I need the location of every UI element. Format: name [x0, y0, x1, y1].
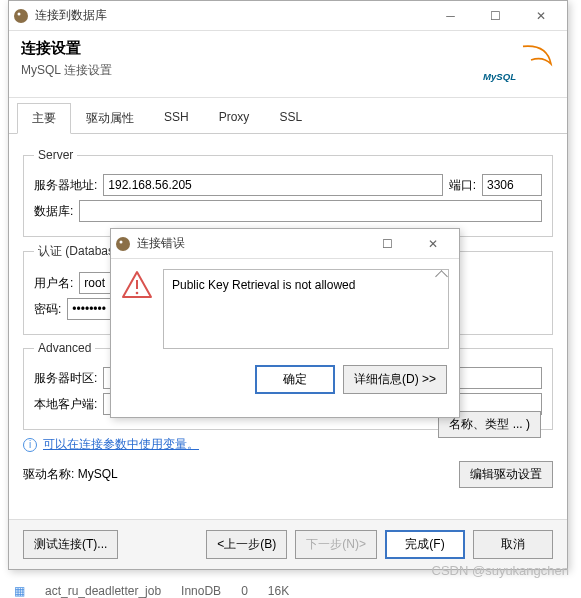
advanced-legend: Advanced: [34, 341, 95, 355]
timezone-label: 服务器时区:: [34, 370, 97, 387]
bg-rows: 0: [241, 584, 248, 598]
wizard-footer: 测试连接(T)... <上一步(B) 下一步(N)> 完成(F) 取消: [9, 519, 567, 569]
server-group: Server 服务器地址: 端口: 数据库:: [23, 148, 553, 237]
bg-engine: InnoDB: [181, 584, 221, 598]
next-button: 下一步(N)>: [295, 530, 377, 559]
mysql-logo: MySQL: [475, 39, 555, 89]
page-subtitle: MySQL 连接设置: [21, 62, 475, 79]
port-label: 端口:: [449, 177, 476, 194]
bg-table-name: act_ru_deadletter_job: [45, 584, 161, 598]
server-legend: Server: [34, 148, 77, 162]
svg-point-1: [18, 12, 21, 15]
watermark: CSDN @suyukangchen: [432, 563, 569, 578]
error-close-button[interactable]: ✕: [410, 234, 455, 254]
svg-point-3: [116, 237, 130, 251]
tab-bar: 主要 驱动属性 SSH Proxy SSL: [9, 102, 567, 134]
svg-point-0: [14, 9, 28, 23]
driver-label: 驱动名称:: [23, 467, 74, 481]
error-footer: 确定 详细信息(D) >>: [111, 359, 459, 404]
driver-row: 驱动名称: MySQL 编辑驱动设置: [23, 461, 553, 488]
driver-value: MySQL: [78, 467, 118, 481]
dbeaver-icon: [13, 8, 29, 24]
database-input[interactable]: [79, 200, 542, 222]
warning-icon: [121, 269, 153, 349]
info-icon: i: [23, 438, 37, 452]
info-row: i 可以在连接参数中使用变量。: [23, 436, 553, 453]
error-dialog: 连接错误 ☐ ✕ Public Key Retrieval is not all…: [110, 228, 460, 418]
host-label: 服务器地址:: [34, 177, 97, 194]
tab-main[interactable]: 主要: [17, 103, 71, 134]
host-input[interactable]: [103, 174, 442, 196]
cancel-button[interactable]: 取消: [473, 530, 553, 559]
main-titlebar: 连接到数据库 ─ ☐ ✕: [9, 1, 567, 31]
error-message: Public Key Retrieval is not allowed: [172, 278, 355, 292]
tab-ssh[interactable]: SSH: [149, 103, 204, 134]
bg-size: 16K: [268, 584, 289, 598]
test-connection-button[interactable]: 测试连接(T)...: [23, 530, 118, 559]
maximize-button[interactable]: ☐: [473, 6, 518, 26]
finish-button[interactable]: 完成(F): [385, 530, 465, 559]
variables-link[interactable]: 可以在连接参数中使用变量。: [43, 436, 199, 453]
error-title: 连接错误: [137, 235, 365, 252]
details-button[interactable]: 详细信息(D) >>: [343, 365, 447, 394]
edit-driver-button[interactable]: 编辑驱动设置: [459, 461, 553, 488]
error-titlebar: 连接错误 ☐ ✕: [111, 229, 459, 259]
port-input[interactable]: [482, 174, 542, 196]
back-button[interactable]: <上一步(B): [206, 530, 287, 559]
window-controls: ─ ☐ ✕: [428, 6, 563, 26]
local-client-label: 本地客户端:: [34, 396, 97, 413]
table-icon: ▦: [14, 584, 25, 598]
tab-ssl[interactable]: SSL: [264, 103, 317, 134]
error-body: Public Key Retrieval is not allowed: [111, 259, 459, 359]
database-label: 数据库:: [34, 203, 73, 220]
username-label: 用户名:: [34, 275, 73, 292]
error-maximize-button[interactable]: ☐: [365, 234, 410, 254]
ok-button[interactable]: 确定: [255, 365, 335, 394]
header: 连接设置 MySQL 连接设置 MySQL: [9, 31, 567, 98]
svg-text:MySQL: MySQL: [483, 71, 516, 82]
background-table-row: ▦ act_ru_deadletter_job InnoDB 0 16K: [14, 584, 569, 598]
close-button[interactable]: ✕: [518, 6, 563, 26]
tab-proxy[interactable]: Proxy: [204, 103, 265, 134]
window-title: 连接到数据库: [35, 7, 428, 24]
page-title: 连接设置: [21, 39, 475, 58]
minimize-button[interactable]: ─: [428, 6, 473, 26]
tab-driver[interactable]: 驱动属性: [71, 103, 149, 134]
svg-point-4: [120, 240, 123, 243]
svg-point-6: [136, 292, 139, 295]
password-label: 密码:: [34, 301, 61, 318]
dbeaver-icon: [115, 236, 131, 252]
error-message-box: Public Key Retrieval is not allowed: [163, 269, 449, 349]
